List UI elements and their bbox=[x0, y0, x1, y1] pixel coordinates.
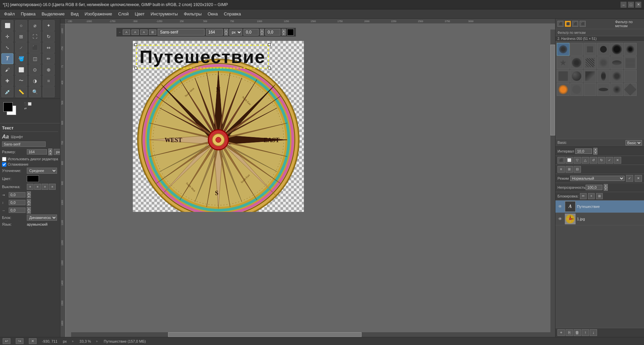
menu-image[interactable]: Изображение bbox=[82, 10, 115, 17]
tt-x-up[interactable]: ▲ bbox=[260, 29, 264, 32]
letter-spacing-up[interactable]: ▲ bbox=[27, 207, 31, 210]
reset-colors-icon[interactable]: ⬛⬜ bbox=[24, 102, 32, 106]
brush-item-11[interactable] bbox=[610, 56, 623, 69]
interval-up[interactable]: ▲ bbox=[593, 148, 597, 151]
layer-action-up[interactable]: ↑ bbox=[582, 329, 589, 336]
tt-color-swatch[interactable] bbox=[287, 29, 294, 36]
align-justify[interactable]: ≡ bbox=[49, 184, 56, 190]
opacity-up[interactable]: ▲ bbox=[604, 184, 608, 187]
brush-action-7[interactable]: ✓ bbox=[606, 157, 613, 164]
close-button[interactable]: ✕ bbox=[635, 2, 641, 8]
tool-clone[interactable]: ⊕ bbox=[43, 64, 55, 75]
lock-btn-3[interactable]: ⊞ bbox=[596, 193, 603, 199]
tool-paintbrush[interactable]: 🖌 bbox=[1, 64, 13, 75]
brush-item-4[interactable] bbox=[597, 43, 610, 56]
mode-select[interactable]: Нормальный Умножение Экран bbox=[570, 176, 625, 181]
layer-eye-1[interactable]: 👁 bbox=[557, 203, 564, 210]
lock-btn-2[interactable]: + bbox=[588, 193, 595, 199]
layer-action-delete[interactable]: 🗑 bbox=[574, 329, 581, 336]
interval-input[interactable] bbox=[575, 149, 592, 154]
tt-size-down[interactable]: ▼ bbox=[224, 32, 228, 36]
brush-item-20[interactable] bbox=[570, 83, 583, 96]
menu-file[interactable]: Файл bbox=[1, 10, 17, 17]
minimize-button[interactable]: – bbox=[621, 2, 627, 8]
brush-icon-4[interactable]: ⬛ bbox=[580, 21, 586, 27]
font-input[interactable] bbox=[2, 141, 46, 147]
menu-view[interactable]: Вид bbox=[68, 10, 82, 17]
hinting-select[interactable]: Среднее Слабое Сильное bbox=[27, 168, 57, 174]
statusbar-undo-btn[interactable]: ↩ bbox=[3, 338, 10, 344]
tt-size-up[interactable]: ▲ bbox=[224, 29, 228, 32]
tool-dodge-burn[interactable]: ◑ bbox=[29, 75, 41, 86]
brush-item-9[interactable] bbox=[584, 56, 596, 69]
line-spacing-input[interactable] bbox=[9, 200, 25, 205]
menu-help[interactable]: Справка bbox=[221, 10, 244, 17]
tt-btn-align-top[interactable]: A bbox=[123, 30, 130, 35]
interval-down[interactable]: ▼ bbox=[593, 151, 597, 155]
tool-select-fuzzy[interactable]: ✦ bbox=[43, 20, 55, 31]
layer-item-jpg[interactable]: 👁 1.jpg bbox=[555, 213, 644, 225]
brush-icon-1[interactable]: ⬛ bbox=[557, 21, 564, 27]
indent-down[interactable]: ▼ bbox=[27, 195, 31, 198]
brush-action-r2-2[interactable]: ⊞ bbox=[566, 166, 573, 173]
mode-cross[interactable]: ✕ bbox=[635, 175, 642, 182]
brush-item-16[interactable] bbox=[597, 70, 610, 82]
layer-action-new[interactable]: + bbox=[557, 329, 565, 336]
brush-item-hardness-050[interactable] bbox=[557, 43, 570, 56]
tool-select-free[interactable]: ⌀ bbox=[29, 20, 41, 31]
brush-item-15[interactable] bbox=[584, 70, 596, 82]
foreground-color-swatch[interactable] bbox=[3, 102, 13, 112]
tt-font-input[interactable] bbox=[158, 29, 205, 36]
tool-zoom[interactable]: 🔍 bbox=[29, 87, 41, 97]
brush-item-7[interactable]: ★ bbox=[557, 56, 570, 69]
layer-eye-2[interactable]: 👁 bbox=[557, 216, 564, 222]
brush-item-22[interactable] bbox=[597, 83, 610, 96]
use-editor-checkbox[interactable] bbox=[2, 157, 6, 161]
size-input[interactable] bbox=[27, 149, 47, 155]
tt-y-down[interactable]: ▼ bbox=[282, 32, 286, 36]
canvas-viewport[interactable]: ← A A A ⊞ ▲ ▼ px ▲ ▼ bbox=[66, 24, 555, 337]
line-spacing-down[interactable]: ▼ bbox=[27, 203, 31, 206]
brush-icon-3[interactable]: ⬛ bbox=[572, 21, 578, 27]
menu-color[interactable]: Цвет bbox=[132, 10, 147, 17]
menu-layer[interactable]: Слой bbox=[115, 10, 131, 17]
tool-measure[interactable]: 📏 bbox=[15, 87, 27, 97]
brush-item-10[interactable] bbox=[597, 56, 610, 69]
maximize-button[interactable]: □ bbox=[628, 2, 634, 8]
tool-crop[interactable]: ⛶ bbox=[29, 31, 41, 42]
tool-rotate[interactable]: ↻ bbox=[43, 31, 55, 42]
opacity-input[interactable] bbox=[586, 185, 602, 190]
tool-scale[interactable]: ⤡ bbox=[1, 42, 13, 53]
statusbar-redo-btn[interactable]: ↪ bbox=[16, 338, 23, 344]
brush-action-2[interactable]: ⬜ bbox=[566, 157, 573, 164]
block-select[interactable]: Динамический Фиксированный bbox=[27, 215, 57, 221]
v-scroll-thumb[interactable] bbox=[550, 45, 555, 135]
basic-category-select[interactable]: Basic bbox=[626, 140, 642, 146]
tt-x-input[interactable] bbox=[244, 29, 259, 36]
brush-item-17[interactable] bbox=[610, 70, 623, 82]
canvas-text-layer[interactable]: Путешествие bbox=[136, 45, 269, 68]
tool-align[interactable]: ⊞ bbox=[15, 31, 27, 42]
align-right[interactable]: ≡ bbox=[42, 184, 48, 190]
brush-action-1[interactable]: ⬛ bbox=[557, 157, 565, 164]
brush-action-3[interactable]: ▽ bbox=[574, 157, 581, 164]
tt-size-input[interactable] bbox=[206, 29, 223, 36]
tool-gradient[interactable]: ◫ bbox=[29, 53, 41, 64]
indent-up[interactable]: ▲ bbox=[27, 191, 31, 195]
align-left[interactable]: ≡ bbox=[27, 184, 34, 190]
menu-filters[interactable]: Фильтры bbox=[181, 10, 204, 17]
brush-icon-2[interactable]: ⬛ bbox=[565, 21, 571, 27]
tool-flip[interactable]: ⇔ bbox=[43, 42, 55, 53]
size-up-arrow[interactable]: ▲ bbox=[48, 149, 52, 152]
tool-shear[interactable]: ⟋ bbox=[15, 42, 27, 53]
line-spacing-up[interactable]: ▲ bbox=[27, 199, 31, 203]
menu-select[interactable]: Выделение bbox=[39, 10, 67, 17]
statusbar-cross-btn[interactable]: ✕ bbox=[29, 338, 37, 344]
h-scroll-thumb[interactable] bbox=[168, 332, 362, 337]
brush-action-r2-1[interactable]: ≡ bbox=[557, 166, 565, 173]
brush-item-12[interactable] bbox=[624, 56, 637, 69]
size-unit-select[interactable]: px pt bbox=[54, 149, 60, 155]
layer-item-text[interactable]: 👁 A Путешествие bbox=[555, 200, 644, 213]
brush-item-24[interactable] bbox=[624, 83, 637, 96]
brush-item-18[interactable] bbox=[624, 70, 637, 82]
